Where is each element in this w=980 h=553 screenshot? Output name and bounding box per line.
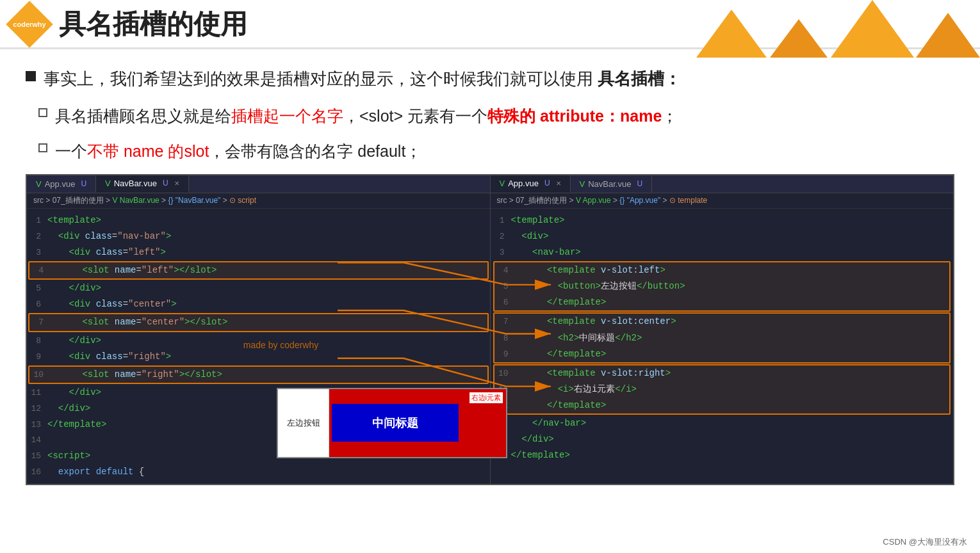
right-code-panel: V App.vue U ✕ V NavBar.vue U src > 07_插槽… (491, 175, 954, 484)
header-decoration (696, 0, 980, 58)
sub2-mid: ，会带有隐含的名字 default； (209, 142, 421, 160)
right-tab-appvue[interactable]: V App.vue U ✕ (491, 175, 571, 193)
right-bc-sep2: > (660, 196, 669, 205)
right-line-13: 13 </nav-bar> (491, 415, 954, 431)
preview-box: 左边按钮 中间标题 右边i元素 (277, 388, 507, 458)
preview-inner: 左边按钮 中间标题 右边i元素 (278, 389, 506, 457)
code-panels: V App.vue U V NavBar.vue U ✕ src > 07_插槽… (26, 174, 954, 485)
tab-indicator-1: U (81, 179, 86, 188)
main-bullet: 事实上，我们希望达到的效果是插槽对应的显示，这个时候我们就可以使用 具名插槽： (26, 67, 954, 90)
sub-bullet-2-text: 一个不带 name 的slot，会带有隐含的名字 default； (55, 140, 421, 163)
sub1-bold-red: 特殊的 attribute：name (487, 107, 662, 125)
left-line-2: 2 <div class="nav-bar"> (27, 228, 490, 244)
header: coderwhy 具名插槽的使用 (0, 0, 980, 49)
right-line-3: 3 <nav-bar> (491, 244, 954, 260)
sub2-prefix: 一个 (55, 142, 87, 160)
preview-center-label: 中间标题 (372, 415, 418, 431)
tab-dot-icon-2: V (105, 179, 111, 188)
right-line-11: 11 <i>右边i元素</i> (494, 381, 950, 397)
csdn-watermark: CSDN @大海里没有水 (883, 536, 967, 548)
left-line-1: 1 <template> (27, 212, 490, 228)
sub1-prefix: 具名插槽顾名思义就是给 (55, 107, 231, 125)
logo-text: coderwhy (13, 20, 45, 28)
right-line-7: 7 <template v-slot:center> (494, 314, 950, 330)
left-tab-navbar[interactable]: V NavBar.vue U ✕ (96, 175, 189, 193)
right-line-9: 9 </template> (494, 346, 950, 362)
bc-sep: > (159, 196, 168, 205)
triangle-4 (916, 13, 980, 58)
left-tab-appvue[interactable]: V App.vue U (27, 176, 96, 192)
right-line-4: 4 <template v-slot:left> (494, 262, 950, 278)
code-panels-wrapper: V App.vue U V NavBar.vue U ✕ src > 07_插槽… (26, 174, 954, 485)
tab-dot-icon: V (36, 179, 42, 189)
main-bullet-text: 事实上，我们希望达到的效果是插槽对应的显示，这个时候我们就可以使用 具名插槽： (44, 67, 681, 90)
bc-obj: {} "NavBar.vue" (168, 196, 220, 205)
right-tab-indicator-2: U (637, 179, 642, 188)
left-line-9: 9 <div class="right"> (27, 349, 490, 365)
right-tab-indicator-1: U (544, 179, 550, 188)
sub1-mid: ，<slot> 元素有一个 (343, 107, 487, 125)
right-line-14: 14 </div> (491, 431, 954, 447)
right-tab-navbar[interactable]: V NavBar.vue U (571, 176, 653, 192)
content-area: 事实上，我们希望达到的效果是插槽对应的显示，这个时候我们就可以使用 具名插槽： … (0, 49, 980, 492)
left-line-4: 4 <slot name="left"></slot> (28, 261, 489, 280)
sub-bullet-2-icon (38, 143, 47, 152)
main-bullet-prefix: 事实上，我们希望达到的效果是插槽对应的显示，这个时候我们就可以使用 (44, 69, 598, 88)
bc-src: src > 07_插槽的使用 > (33, 196, 112, 205)
left-line-6: 6 <div class="center"> (27, 296, 490, 312)
right-bc-section: ⊙ template (669, 196, 707, 205)
right-line-10: 10 <template v-slot:right> (494, 365, 950, 381)
sub-bullet-1-text: 具名插槽顾名思义就是给插槽起一个名字，<slot> 元素有一个特殊的 attri… (55, 104, 678, 127)
right-bc-src: src > 07_插槽的使用 > (497, 196, 576, 205)
right-line-12: 12 </template> (494, 397, 950, 413)
left-code-body: made by coderwhy 1 <template> 2 <div cla… (27, 209, 490, 484)
right-line-8: 8 <h2>中间标题</h2> (494, 330, 950, 346)
right-group-3-box: 10 <template v-slot:right> 11 <i>右边i元素</… (493, 364, 951, 415)
sub-bullets: 具名插槽顾名思义就是给插槽起一个名字，<slot> 元素有一个特殊的 attri… (38, 104, 954, 163)
left-line-5: 5 </div> (27, 280, 490, 296)
left-line-3: 3 <div class="left"> (27, 244, 490, 260)
page-title: 具名插槽的使用 (59, 6, 247, 42)
right-group-1-box: 4 <template v-slot:left> 5 <button>左边按钮<… (493, 261, 951, 312)
right-panel-tabs: V App.vue U ✕ V NavBar.vue U (491, 175, 954, 193)
right-tab-navbar-label: NavBar.vue (588, 179, 631, 189)
right-code-body: 1 <template> 2 <div> 3 <nav-bar> (491, 209, 954, 467)
preview-left-section: 左边按钮 (278, 389, 329, 457)
triangle-1 (696, 10, 767, 58)
left-line-10: 10 <slot name="right"></slot> (28, 365, 489, 384)
sub1-end: ； (662, 107, 678, 125)
right-breadcrumb: src > 07_插槽的使用 > V App.vue > {} "App.vue… (491, 193, 954, 209)
left-tab-appvue-label: App.vue (45, 179, 76, 189)
sub1-red: 插槽起一个名字 (231, 107, 343, 125)
main-bullet-bold: 具名插槽： (598, 69, 681, 88)
right-line-5: 5 <button>左边按钮</button> (494, 278, 950, 294)
tab-indicator-2: U (163, 179, 168, 188)
right-tab-appvue-label: App.vue (508, 179, 539, 188)
right-bc-sep: > (611, 196, 620, 205)
tab-close-icon[interactable]: ✕ (174, 180, 179, 187)
triangle-2 (770, 19, 828, 58)
bc-file: V NavBar.vue (112, 196, 159, 205)
right-bc-obj: {} "App.vue" (619, 196, 660, 205)
left-code-panel: V App.vue U V NavBar.vue U ✕ src > 07_插槽… (27, 175, 491, 484)
sub-bullet-2: 一个不带 name 的slot，会带有隐含的名字 default； (38, 140, 954, 163)
right-bc-file: V App.vue (576, 196, 611, 205)
left-tab-navbar-label: NavBar.vue (114, 179, 157, 188)
right-line-1: 1 <template> (491, 212, 954, 228)
sub2-red: 不带 name 的slot (87, 142, 209, 160)
preview-left-label: 左边按钮 (287, 417, 320, 429)
right-line-6: 6 </template> (494, 294, 950, 310)
right-tab-close-icon[interactable]: ✕ (556, 180, 561, 187)
right-line-2: 2 <div> (491, 228, 954, 244)
preview-right-section: 右边i元素 (461, 389, 506, 457)
right-tab-dot-1: V (500, 179, 505, 188)
sub-bullet-1: 具名插槽顾名思义就是给插槽起一个名字，<slot> 元素有一个特殊的 attri… (38, 104, 954, 127)
preview-center-inner: 中间标题 (332, 404, 459, 442)
left-panel-tabs: V App.vue U V NavBar.vue U ✕ (27, 175, 490, 193)
bullet-square-icon (26, 71, 36, 81)
left-line-8: 8 </div> (27, 333, 490, 349)
preview-right-label: 右边i元素 (470, 392, 503, 403)
left-breadcrumb: src > 07_插槽的使用 > V NavBar.vue > {} "NavB… (27, 193, 490, 209)
left-line-16: 16 export default { (27, 464, 490, 480)
left-line-7: 7 <slot name="center"></slot> (28, 313, 489, 332)
